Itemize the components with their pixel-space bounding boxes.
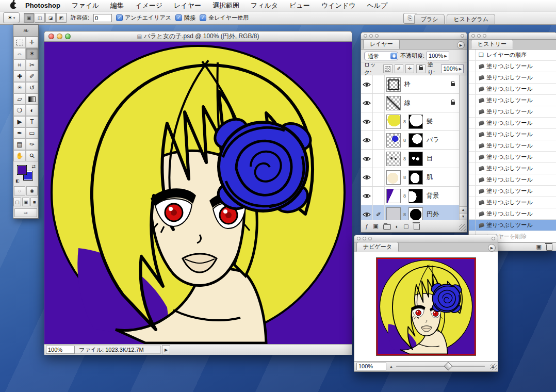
history-source-well[interactable] xyxy=(469,72,476,83)
layer-name[interactable]: 肌 xyxy=(427,173,459,182)
history-source-well[interactable] xyxy=(469,61,476,72)
delete-layer-button[interactable] xyxy=(414,223,420,230)
menu-view[interactable]: ビュー xyxy=(284,0,316,11)
standard-mode-button[interactable]: ◌ xyxy=(14,186,25,195)
palette-menu-button[interactable]: ▶ xyxy=(457,41,465,49)
menu-layer[interactable]: レイヤー xyxy=(168,0,207,11)
mask-link-icon[interactable]: 8 xyxy=(402,138,407,143)
foreground-color-swatch[interactable] xyxy=(17,165,27,175)
layer-row-rose[interactable]: 8 バラ xyxy=(361,131,459,150)
layer-row-background[interactable]: 8 背景 xyxy=(361,187,459,205)
mask-link-icon[interactable]: 8 xyxy=(402,212,407,217)
toolbox-header[interactable]: ❧ xyxy=(13,25,38,37)
layers-scrollbar[interactable]: ▲ ▼ xyxy=(459,75,467,220)
collapse-button[interactable] xyxy=(492,237,495,240)
menu-edit[interactable]: 編集 xyxy=(105,0,129,11)
history-source-well[interactable] xyxy=(469,152,476,162)
layer-mask-thumbnail[interactable] xyxy=(408,207,423,222)
minimize-button[interactable] xyxy=(57,34,62,39)
notes-tool[interactable]: ▤ xyxy=(13,139,26,150)
shape-tool[interactable]: ▭ xyxy=(26,127,38,139)
layer-thumbnail[interactable] xyxy=(386,170,401,185)
resize-grip[interactable] xyxy=(459,224,466,231)
slice-tool[interactable]: ✂ xyxy=(26,59,38,71)
history-row-layer-order[interactable]: ❏ レイヤーの順序 xyxy=(469,50,556,61)
layer-style-button[interactable]: ƒ xyxy=(365,223,368,230)
resize-grip[interactable] xyxy=(490,364,497,370)
default-colors-icon[interactable]: ◧ xyxy=(15,178,19,183)
layer-mask-thumbnail[interactable] xyxy=(408,189,423,203)
history-row-paint-bucket[interactable]: 塗りつぶしツール xyxy=(469,208,556,220)
mask-link-icon[interactable]: 8 xyxy=(402,175,407,180)
history-row-paint-bucket[interactable]: 塗りつぶしツール xyxy=(469,186,556,197)
layer-thumbnail[interactable] xyxy=(386,96,401,110)
menu-image[interactable]: イメージ xyxy=(129,0,168,11)
history-source-well[interactable] xyxy=(469,95,476,106)
history-brush-tool[interactable]: ↺ xyxy=(26,82,38,93)
gradient-tool[interactable] xyxy=(26,93,38,105)
close-button[interactable] xyxy=(471,34,475,38)
layer-thumbnail[interactable] xyxy=(386,77,401,92)
history-source-well[interactable] xyxy=(469,220,476,231)
navigator-zoom-field[interactable]: 100% xyxy=(356,363,386,370)
layer-name[interactable]: 枠 xyxy=(404,80,451,89)
new-snapshot-button[interactable]: ▣ xyxy=(536,243,542,250)
mask-link-icon[interactable]: 8 xyxy=(402,156,407,161)
visibility-eye-icon[interactable] xyxy=(361,94,373,112)
path-selection-tool[interactable]: ▶ xyxy=(13,116,26,127)
history-source-well[interactable] xyxy=(469,118,476,128)
apple-menu[interactable] xyxy=(7,0,20,11)
history-source-well[interactable] xyxy=(469,129,476,140)
menu-filter[interactable]: フィルタ xyxy=(245,0,284,11)
layer-name[interactable]: バラ xyxy=(427,136,459,144)
menu-window[interactable]: ウインドウ xyxy=(316,0,362,11)
zoom-window-button[interactable] xyxy=(375,34,379,38)
fullscreen-menubar-button[interactable]: ▣ xyxy=(22,198,30,206)
opacity-field[interactable]: 100%▶ xyxy=(427,52,449,60)
layers-palette-titlebar[interactable] xyxy=(361,32,467,40)
history-row-paint-bucket[interactable]: 塗りつぶしツール xyxy=(469,163,556,174)
lock-all-button[interactable] xyxy=(416,64,425,73)
history-row-paint-bucket[interactable]: 塗りつぶしツール xyxy=(469,95,556,106)
history-row-paint-bucket[interactable]: 塗りつぶしツール xyxy=(469,220,556,231)
standard-screen-button[interactable]: ▢ xyxy=(13,198,21,206)
lock-transparency-button[interactable] xyxy=(383,64,392,73)
fullscreen-button[interactable]: ■ xyxy=(30,198,38,206)
layer-row-skin[interactable]: 8 肌 xyxy=(361,168,459,187)
navigator-palette-titlebar[interactable] xyxy=(354,235,498,242)
layer-thumbnail[interactable] xyxy=(386,207,401,222)
history-row-paint-bucket[interactable]: 塗りつぶしツール xyxy=(469,84,556,95)
type-tool[interactable]: T xyxy=(26,116,38,127)
history-source-well[interactable] xyxy=(469,197,476,208)
blur-tool[interactable]: ❍ xyxy=(13,105,26,116)
history-palette-titlebar[interactable] xyxy=(469,32,556,40)
minimize-button[interactable] xyxy=(477,34,481,38)
menu-help[interactable]: ヘルプ xyxy=(361,0,393,11)
history-source-well[interactable] xyxy=(469,106,476,117)
swap-colors-icon[interactable]: ⇄ xyxy=(31,164,36,169)
history-source-well[interactable] xyxy=(469,208,476,219)
visibility-eye-icon[interactable] xyxy=(361,150,373,168)
layer-thumbnail[interactable] xyxy=(386,133,401,148)
navigator-view-box[interactable] xyxy=(377,258,476,355)
history-source-well[interactable] xyxy=(469,140,476,151)
zoom-slider-knob[interactable] xyxy=(444,362,452,371)
history-source-well[interactable] xyxy=(469,174,476,185)
tab-history[interactable]: ヒストリー xyxy=(471,39,513,49)
history-row-paint-bucket[interactable]: 塗りつぶしツール xyxy=(469,129,556,140)
zoom-window-button[interactable] xyxy=(368,237,372,240)
status-menu-button[interactable]: ▶ xyxy=(162,345,170,354)
visibility-eye-icon[interactable] xyxy=(361,131,373,149)
all-layers-checkbox[interactable]: 全レイヤー使用 xyxy=(200,14,249,22)
menu-select[interactable]: 選択範囲 xyxy=(207,0,245,11)
tab-layers[interactable]: レイヤー xyxy=(363,39,400,49)
layer-mask-thumbnail[interactable] xyxy=(408,115,423,129)
menu-photoshop[interactable]: Photoshop xyxy=(20,0,66,11)
history-row-paint-bucket[interactable]: 塗りつぶしツール xyxy=(469,197,556,208)
history-source-well[interactable] xyxy=(469,50,476,60)
new-layer-button[interactable]: ▢ xyxy=(403,223,408,230)
close-button[interactable] xyxy=(357,237,361,240)
lock-position-button[interactable]: ✛ xyxy=(405,64,414,73)
canvas[interactable] xyxy=(44,42,352,344)
palette-menu-button[interactable]: ▶ xyxy=(488,244,496,252)
